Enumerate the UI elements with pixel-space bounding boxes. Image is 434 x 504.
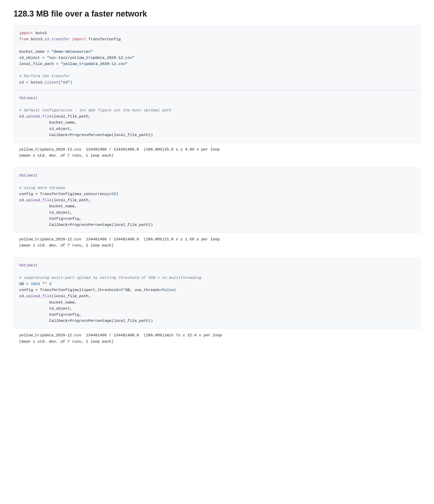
code-block-3[interactable]: %%timeit # using more threads config = T… — [14, 168, 420, 233]
code-block-4[interactable]: %%timeit # suppressing multi-part upload… — [14, 258, 420, 329]
code-block-2[interactable]: %%timeit # default configuration - let A… — [14, 90, 420, 143]
code-block-1[interactable]: import boto3 from boto3.s3.transfer impo… — [14, 25, 420, 90]
code-cell-2: %%timeit # default configuration - let A… — [14, 90, 420, 162]
page-title: 128.3 MB file over a faster network — [14, 9, 420, 18]
output-cell-3: yellow_tripdata_2020-12.csv 134481400 / … — [14, 233, 420, 252]
code-cell-1: import boto3 from boto3.s3.transfer impo… — [14, 25, 420, 90]
output-cell-4: yellow_tripdata_2020-12.csv 134481400 / … — [14, 329, 420, 348]
code-cell-4: %%timeit # suppressing multi-part upload… — [14, 258, 420, 348]
code-cell-3: %%timeit # using more threads config = T… — [14, 168, 420, 252]
output-cell-2: yellow_tripdata_2020-12.csv 134481400 / … — [14, 143, 420, 162]
